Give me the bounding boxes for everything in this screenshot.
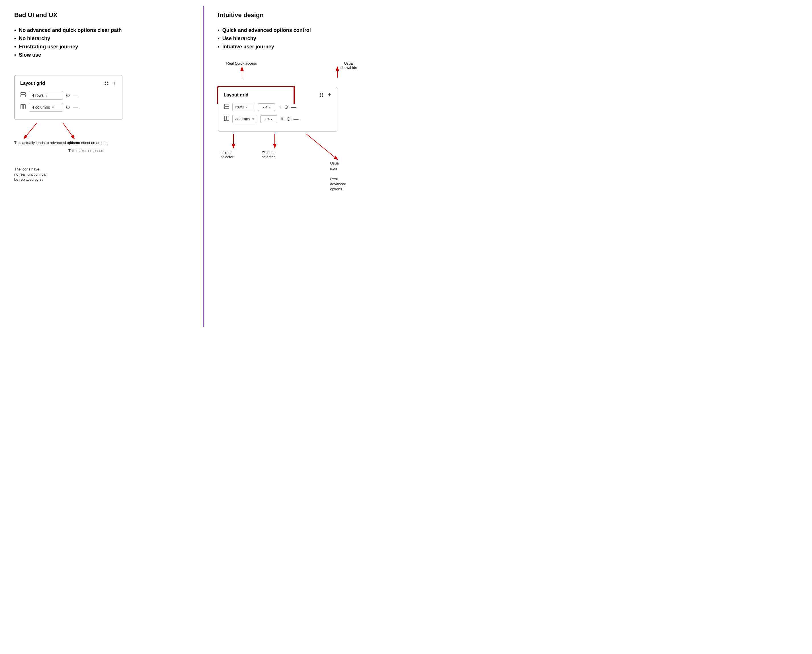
right-title: Intuitive design — [218, 11, 392, 19]
svg-point-12 — [320, 93, 321, 95]
svg-point-13 — [322, 93, 323, 95]
good-minus-cols[interactable]: — — [294, 116, 299, 122]
svg-rect-17 — [224, 107, 229, 109]
svg-line-22 — [306, 134, 337, 159]
good-cols-amount[interactable]: ‹ 4 › — [260, 115, 277, 123]
svg-rect-18 — [224, 116, 226, 121]
good-grid-icon — [318, 92, 324, 98]
good-row-2: columns ∨ ‹ 4 › ⇅ ⊙ — — [224, 115, 332, 123]
right-panel: Intuitive design Quick and advanced opti… — [203, 0, 406, 327]
amount-selector-label: Amountselector — [262, 150, 275, 160]
bad-rows-label: 4 rows — [32, 93, 44, 98]
bad-row-2: 4 columns ∨ ⊙ — — [20, 103, 116, 112]
minus-icon-rows[interactable]: — — [73, 93, 78, 98]
good-rows-icon — [224, 104, 229, 110]
svg-point-14 — [320, 95, 321, 97]
good-rows-label: rows — [235, 105, 244, 109]
bad-annotation-4: The icons haveno real function, canbe re… — [14, 167, 47, 182]
left-bullet-2: No hierarchy — [14, 35, 188, 41]
chevron-down-cols: ∨ — [52, 105, 54, 109]
target-icon-rows[interactable]: ⊙ — [66, 92, 70, 98]
svg-point-1 — [107, 81, 109, 83]
bad-cols-selector[interactable]: 4 columns ∨ — [29, 103, 63, 112]
bad-annotation-2: Has no effect on amount — [68, 140, 109, 145]
svg-point-3 — [107, 84, 109, 85]
svg-line-8 — [24, 123, 37, 138]
svg-rect-19 — [227, 116, 229, 121]
usual-icon-label: UsualiconRealadvancedoptions — [330, 161, 346, 192]
svg-rect-7 — [23, 104, 25, 109]
good-minus-rows[interactable]: — — [291, 104, 297, 110]
bad-annotations: This actually leads to advanced options … — [14, 123, 122, 202]
right-bullet-2: Use hierarchy — [218, 35, 392, 41]
bad-layout-widget: Layout grid + — [14, 75, 122, 120]
svg-rect-5 — [21, 95, 25, 97]
grid-icon — [103, 80, 110, 87]
svg-rect-4 — [21, 93, 25, 95]
bad-cols-label: 4 columns — [32, 105, 50, 110]
real-quick-label: Real Quick access — [226, 61, 257, 66]
plus-icon[interactable]: + — [113, 80, 116, 87]
chevron-down-good-rows: ∨ — [245, 105, 248, 109]
good-rows-amount-value: ‹ 4 › — [263, 105, 270, 109]
svg-point-0 — [105, 81, 106, 83]
right-bullets: Quick and advanced options control Use h… — [218, 28, 392, 50]
chevron-down-good-cols: ∨ — [252, 117, 254, 121]
left-panel: Bad UI and UX No advanced and quick opti… — [0, 0, 203, 327]
left-bullets: No advanced and quick options clear path… — [14, 28, 188, 58]
good-target-rows[interactable]: ⊙ — [284, 104, 288, 110]
good-widget-header-icons: + — [318, 92, 332, 98]
cols-icon-bad — [20, 104, 26, 110]
chevron-down-rows: ∨ — [45, 94, 47, 97]
left-bullet-1: No advanced and quick options clear path — [14, 28, 188, 33]
good-widget-header: Layout grid + — [224, 92, 332, 98]
good-plus-icon[interactable]: + — [328, 92, 332, 98]
sliders-icon-cols[interactable]: ⇅ — [280, 117, 284, 121]
good-target-cols[interactable]: ⊙ — [286, 116, 291, 122]
minus-icon-cols[interactable]: — — [73, 104, 78, 110]
svg-point-15 — [322, 95, 323, 97]
right-bullet-3: Intuitive user journey — [218, 44, 392, 50]
bad-widget-header: Layout grid + — [20, 80, 116, 87]
good-cols-label: columns — [235, 117, 250, 121]
good-cols-selector[interactable]: columns ∨ — [232, 115, 257, 123]
bad-rows-selector[interactable]: 4 rows ∨ — [29, 91, 63, 99]
left-bullet-3: Frustrating user journey — [14, 44, 188, 50]
good-row-1: rows ∨ ‹ 4 › ⇅ ⊙ — — [224, 103, 332, 111]
bad-widget-header-icons: + — [103, 80, 116, 87]
bad-arrows-svg — [14, 123, 122, 202]
right-bullet-1: Quick and advanced options control — [218, 28, 392, 33]
rows-icon-bad — [20, 92, 26, 98]
good-rows-selector[interactable]: rows ∨ — [232, 103, 255, 111]
target-icon-cols[interactable]: ⊙ — [66, 104, 70, 110]
good-rows-amount[interactable]: ‹ 4 › — [258, 103, 275, 111]
svg-line-9 — [63, 123, 74, 138]
left-title: Bad UI and UX — [14, 11, 188, 19]
good-cols-icon — [224, 116, 229, 122]
left-bullet-4: Slow use — [14, 52, 188, 58]
good-layout-widget: Layout grid + — [218, 87, 337, 131]
sliders-icon-rows[interactable]: ⇅ — [278, 105, 281, 109]
bad-widget-title: Layout grid — [20, 81, 45, 86]
good-cols-amount-value: ‹ 4 › — [265, 117, 272, 121]
svg-rect-16 — [224, 104, 229, 106]
good-widget-title: Layout grid — [224, 93, 249, 98]
layout-selector-label: Layoutselector — [221, 150, 234, 160]
usual-show-hide-label: Usualshow/hide — [341, 61, 357, 70]
svg-rect-6 — [21, 104, 23, 109]
svg-point-2 — [105, 84, 106, 85]
bad-annotation-3: This makes no sense — [68, 148, 103, 153]
bad-row-1: 4 rows ∨ ⊙ — — [20, 91, 116, 99]
